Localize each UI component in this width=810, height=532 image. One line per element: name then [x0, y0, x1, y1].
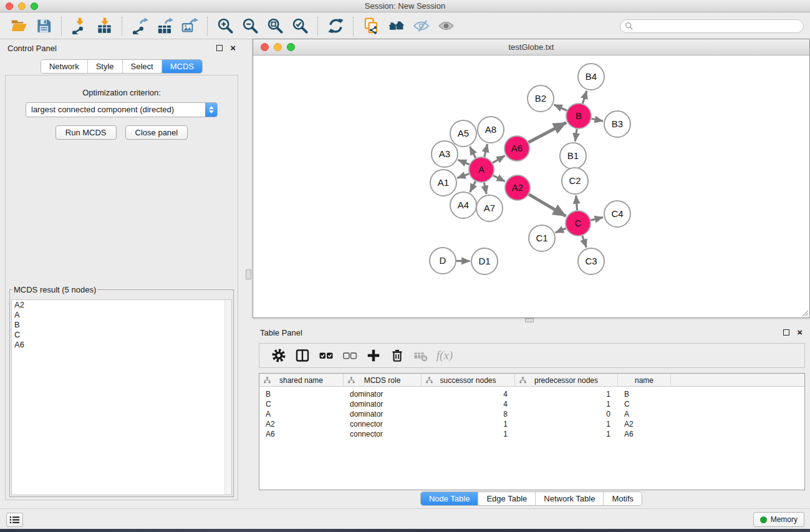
- close-panel-button[interactable]: Close panel: [125, 125, 188, 140]
- tab-style[interactable]: Style: [88, 60, 123, 73]
- function-builder-button: f(x): [434, 346, 455, 365]
- export-network-button[interactable]: [130, 16, 149, 36]
- search-input[interactable]: [634, 22, 799, 31]
- table-settings-icon: [271, 348, 286, 363]
- export-image-button[interactable]: [180, 16, 199, 36]
- column-header-label: predecessor nodes: [534, 376, 598, 385]
- graph-node-A3[interactable]: A3: [432, 141, 458, 167]
- network-window-titlebar[interactable]: testGlobe.txt: [253, 39, 809, 56]
- network-view-window: testGlobe.txt B4B2BB3A8A5A6A3B1AC2A1A2A4…: [253, 39, 810, 318]
- graph-node-A1[interactable]: A1: [430, 170, 456, 196]
- hide-selection-button[interactable]: [412, 16, 430, 36]
- graph-node-C1[interactable]: C1: [529, 225, 555, 251]
- table-row-A6[interactable]: A6connector11A6: [259, 429, 804, 439]
- clone-network-button[interactable]: [362, 16, 380, 36]
- graph-node-B4[interactable]: B4: [578, 64, 604, 90]
- table-tab-node-table[interactable]: Node Table: [421, 492, 479, 505]
- tab-select[interactable]: Select: [123, 60, 162, 73]
- svg-text:C: C: [575, 218, 582, 228]
- home-view-button[interactable]: [387, 16, 405, 36]
- toolbar-separator: [61, 17, 62, 36]
- mcds-list-scrollbar[interactable]: [224, 300, 231, 495]
- split-view-button[interactable]: [292, 346, 313, 365]
- memory-button[interactable]: Memory: [753, 512, 804, 527]
- column-header-predecessor-nodes[interactable]: predecessor nodes: [515, 374, 618, 387]
- graph-node-C3[interactable]: C3: [578, 248, 604, 274]
- save-session-button[interactable]: [34, 16, 53, 36]
- column-header-MCDS-role[interactable]: MCDS role: [344, 374, 422, 387]
- graph-node-B2[interactable]: B2: [528, 85, 554, 112]
- open-session-button[interactable]: [9, 16, 28, 36]
- criterion-dropdown[interactable]: largest connected component (directed): [26, 102, 218, 117]
- mcds-result-item[interactable]: B: [12, 320, 231, 330]
- column-header-successor-nodes[interactable]: successor nodes: [422, 374, 515, 387]
- table-tab-edge-table[interactable]: Edge Table: [478, 492, 536, 505]
- delete-table-icon: [413, 348, 428, 363]
- close-table-panel-icon[interactable]: [797, 329, 803, 336]
- zoom-in-button[interactable]: [216, 16, 234, 36]
- select-all-checks-button[interactable]: [316, 346, 337, 365]
- table-settings-button[interactable]: [268, 346, 289, 365]
- cell-name: A2: [618, 420, 671, 428]
- delete-columns-button[interactable]: [387, 346, 408, 365]
- add-column-button[interactable]: [363, 346, 384, 365]
- save-session-icon: [36, 17, 52, 34]
- table-row-A2[interactable]: A2connector11A2: [259, 419, 804, 429]
- zoom-selected-button[interactable]: [291, 16, 309, 36]
- column-header-name[interactable]: name: [618, 374, 671, 387]
- import-network-button[interactable]: [70, 16, 89, 36]
- graph-node-B[interactable]: B: [566, 104, 591, 128]
- table-panel-tabs: Node TableEdge TableNetwork TableMotifs: [253, 491, 810, 506]
- function-builder-icon: f(x): [436, 349, 453, 362]
- vertical-splitter-handle[interactable]: [246, 269, 251, 279]
- graph-node-A[interactable]: A: [469, 157, 494, 182]
- mcds-result-item[interactable]: A2: [12, 300, 231, 310]
- tab-mcds[interactable]: MCDS: [162, 60, 202, 73]
- deselect-all-checks-button[interactable]: [339, 346, 360, 365]
- cell-predecessor-nodes: 1: [515, 420, 618, 428]
- table-tab-motifs[interactable]: Motifs: [604, 492, 642, 505]
- graph-node-A5[interactable]: A5: [450, 120, 476, 147]
- import-table-button[interactable]: [95, 16, 113, 36]
- graph-node-A6[interactable]: A6: [504, 136, 529, 161]
- refresh-network-button[interactable]: [326, 16, 345, 36]
- graph-node-C2[interactable]: C2: [562, 168, 588, 194]
- mcds-result-item[interactable]: A6: [12, 340, 231, 350]
- mcds-result-item[interactable]: A: [12, 310, 231, 320]
- graph-node-C4[interactable]: C4: [604, 201, 630, 227]
- panels-menu-button[interactable]: [6, 513, 23, 527]
- desktop-edge: [0, 529, 810, 532]
- graph-node-B1[interactable]: B1: [560, 143, 586, 169]
- graph-node-D1[interactable]: D1: [471, 248, 498, 274]
- resize-grip-icon[interactable]: [801, 309, 809, 317]
- float-panel-icon[interactable]: [216, 45, 223, 51]
- edge-C-C4: [591, 217, 603, 220]
- graph-node-D[interactable]: D: [430, 248, 456, 274]
- table-row-C[interactable]: Cdominator41C: [259, 399, 804, 409]
- export-network-icon: [132, 17, 148, 34]
- mcds-result-list: A2ABCA6: [11, 299, 232, 495]
- zoom-fit-button[interactable]: [266, 16, 284, 36]
- horizontal-splitter-handle[interactable]: [525, 318, 534, 322]
- show-hidden-button[interactable]: [436, 16, 455, 36]
- close-panel-icon[interactable]: [230, 45, 236, 51]
- graph-node-C[interactable]: C: [566, 211, 591, 236]
- run-mcds-button[interactable]: Run MCDS: [55, 125, 117, 140]
- graph-node-A2[interactable]: A2: [505, 175, 530, 200]
- float-table-panel-icon[interactable]: [783, 329, 789, 336]
- tab-network[interactable]: Network: [41, 60, 88, 73]
- network-canvas[interactable]: B4B2BB3A8A5A6A3B1AC2A1A2A4A7C4CC1DD1C3: [253, 56, 809, 317]
- export-table-button[interactable]: [155, 16, 174, 36]
- mcds-result-item[interactable]: C: [12, 330, 231, 340]
- table-tab-network-table[interactable]: Network Table: [536, 492, 604, 505]
- graph-node-A8[interactable]: A8: [478, 117, 504, 143]
- hide-selection-icon: [413, 17, 430, 34]
- column-tree-icon: [348, 377, 355, 384]
- zoom-out-button[interactable]: [241, 16, 259, 36]
- column-header-shared-name[interactable]: shared name: [259, 374, 344, 387]
- table-row-B[interactable]: Bdominator41B: [259, 389, 804, 399]
- table-row-A[interactable]: Adominator80A: [259, 409, 804, 419]
- graph-node-A4[interactable]: A4: [450, 192, 476, 218]
- graph-node-A7[interactable]: A7: [476, 195, 503, 221]
- graph-node-B3[interactable]: B3: [604, 111, 630, 137]
